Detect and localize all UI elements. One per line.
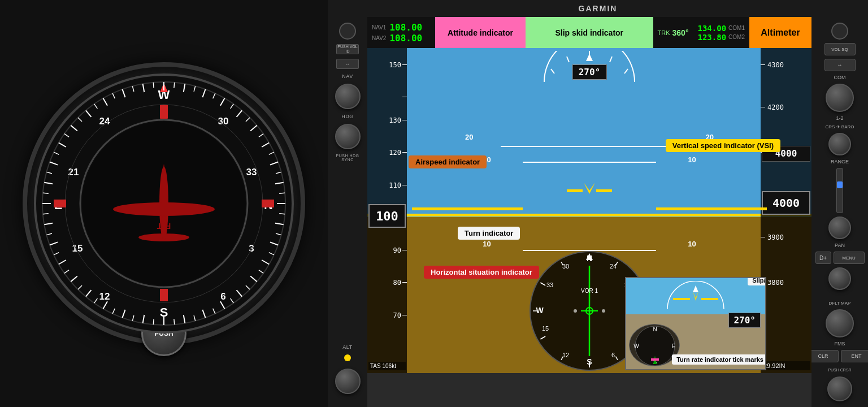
airspeed-tape-area: 150 130 120 110 100	[367, 48, 407, 373]
dflt-map-label: DFLT MAP	[829, 301, 851, 306]
trk-label: TRK	[658, 29, 670, 36]
hdg-knob[interactable]	[335, 124, 361, 149]
pitch-line-20-up	[501, 146, 678, 147]
push-vol-id-btn[interactable]: PUSH VOL ID	[336, 44, 359, 54]
inset-map: 270° N E S W	[625, 277, 766, 370]
svg-text:33: 33	[546, 282, 553, 288]
d-plus-btn[interactable]: D+	[815, 252, 831, 264]
heading-readout-box: 270°	[572, 64, 607, 80]
alt-tick-3900	[761, 237, 765, 237]
ent-btn[interactable]: ENT	[841, 350, 868, 362]
svg-text:6: 6	[611, 352, 615, 358]
pan-label: PAN	[835, 243, 845, 248]
com1-label: COM1	[728, 25, 745, 31]
airspeed-annotation-box: Airspeed indicator	[409, 155, 487, 168]
com1-freq: 134.00	[698, 24, 727, 33]
pfd-display-area: NAV1 108.00 NAV2 108.00 Attitude indicat…	[367, 17, 811, 407]
garmin-title: GARMIN	[579, 4, 618, 13]
hdg-label: HDG	[341, 114, 354, 119]
hsi-annotation-label: Horizontal situation indicator	[431, 268, 532, 276]
as-label-90: 90	[393, 246, 401, 254]
svg-rect-146	[701, 298, 718, 300]
left-controls-panel: PUSH VOL ID ↔ NAV HDG PUSH HDG SYNC A	[328, 17, 367, 407]
garmin-header: GARMIN	[328, 0, 868, 17]
svg-text:12: 12	[99, 291, 110, 302]
inset-heading-box: 270°	[728, 313, 761, 328]
attitude-indicator-label: Attitude indicator	[448, 28, 513, 37]
altimeter-tape-area: 4300 4200 4100 4000 4000	[761, 48, 811, 373]
altitude-current-value: 4000	[772, 196, 800, 210]
as-label-120: 120	[389, 149, 401, 157]
svg-text:15: 15	[542, 325, 549, 332]
svg-line-103	[551, 69, 554, 73]
pitch-label-10-dr: 10	[688, 240, 696, 248]
pitch-label-10-d: 10	[483, 240, 491, 248]
rc-top-icon	[831, 23, 848, 40]
svg-line-70	[43, 193, 49, 193]
inset-heading-value: 270°	[734, 315, 756, 326]
clr-btn[interactable]: CLR	[808, 350, 839, 362]
range-slider[interactable]	[836, 168, 843, 213]
svg-rect-96	[160, 289, 168, 301]
attitude-indicator-label-box: Attitude indicator	[435, 17, 526, 48]
svg-line-32	[279, 193, 285, 193]
fms-bottom-knob[interactable]	[827, 376, 852, 401]
alt-knob[interactable]	[335, 369, 361, 394]
as-tick-120	[402, 152, 407, 153]
alt-label-4300: 4300	[767, 61, 784, 69]
svg-line-50	[174, 319, 175, 324]
svg-line-101	[567, 57, 569, 62]
push-hdg-sync-label: PUSH HDG SYNC	[331, 154, 364, 162]
com-knob[interactable]	[826, 84, 854, 112]
info-bar: NAV1 108.00 NAV2 108.00 Attitude indicat…	[367, 17, 811, 48]
vol-sq-btn[interactable]: VOL SQ	[824, 43, 856, 55]
com-swap-btn[interactable]: ↔	[824, 59, 856, 71]
left-panel: W 24 21 30 33 N 3	[0, 0, 328, 407]
airspeed-current-value: 100	[376, 209, 398, 223]
turn-indicator-annotation-label: Turn indicator	[465, 229, 513, 237]
pan-knob[interactable]	[828, 267, 851, 290]
svg-text:30: 30	[562, 263, 569, 270]
left-wing-bar	[412, 207, 523, 210]
menu-btn[interactable]: MENU	[834, 252, 865, 264]
nav2-label: NAV2	[372, 35, 386, 41]
nav-swap-btn[interactable]: ↔	[336, 59, 359, 69]
compass-outer: W 24 21 30 33 N 3	[23, 62, 305, 345]
svg-marker-105	[586, 54, 593, 61]
alt-tick-4300	[761, 64, 765, 65]
svg-rect-106	[567, 189, 583, 192]
turn-rate-ticks-label: Turn rate indicator tick marks	[676, 356, 763, 363]
svg-line-86	[153, 83, 154, 88]
svg-point-141	[574, 309, 577, 313]
one-two-label: 1-2	[836, 115, 843, 121]
pitch-line-10-up	[523, 162, 656, 163]
fms-label: FMS	[835, 341, 845, 347]
nav-freq-box: NAV1 108.00 NAV2 108.00	[367, 17, 435, 48]
vor1-label: VOR 1	[581, 288, 598, 294]
turn-rate-ticks-annotation: Turn rate indicator tick marks	[672, 354, 766, 365]
vsi-annotation-box: Vertical speed indicator (VSI)	[666, 139, 780, 152]
svg-rect-154	[651, 358, 659, 361]
as-tick-130	[402, 120, 407, 120]
clr-ent-row: CLR ENT	[808, 350, 868, 362]
alt-label-3900: 3900	[767, 233, 784, 241]
svg-text:W: W	[633, 343, 639, 349]
range-knob[interactable]	[828, 217, 851, 239]
alt-indicator-dot	[344, 354, 351, 361]
svg-text:12: 12	[562, 352, 569, 358]
nav-label: NAV	[342, 73, 353, 79]
crs-ctr-knob[interactable]	[828, 133, 851, 155]
com2-label: COM2	[728, 34, 745, 40]
svg-line-16	[174, 83, 175, 88]
nav-knob[interactable]	[335, 84, 361, 109]
as-label-110: 110	[389, 181, 401, 189]
right-wing-bar	[656, 207, 767, 210]
as-label-150: 150	[389, 61, 401, 69]
range-slider-thumb	[837, 181, 843, 188]
svg-text:3: 3	[249, 243, 254, 254]
altimeter-label-box: Altimeter	[749, 17, 811, 48]
svg-line-68	[43, 214, 49, 214]
fms-knob[interactable]	[826, 309, 854, 337]
svg-marker-108	[584, 183, 595, 194]
svg-text:30: 30	[218, 116, 229, 127]
